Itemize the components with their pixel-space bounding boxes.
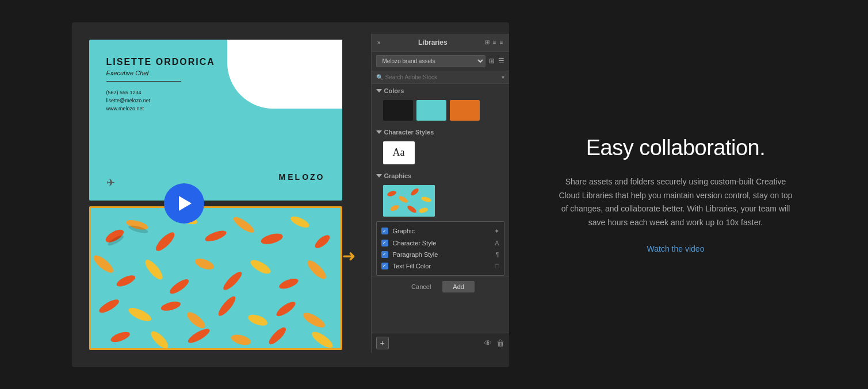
para-style-label: Paragraph Style [393, 251, 491, 258]
svg-point-2 [153, 229, 177, 253]
grid-view-icon[interactable]: ⊞ [489, 57, 495, 65]
eye-icon[interactable]: 👁 [484, 338, 492, 348]
checkbox-char-style[interactable]: ✓ [381, 240, 388, 247]
svg-point-10 [115, 273, 137, 288]
peppers-svg [91, 208, 341, 348]
panel-menu-icon[interactable]: ≡ [500, 39, 503, 45]
char-style-row: Aa [372, 139, 509, 169]
svg-point-30 [266, 325, 288, 346]
search-dropdown-icon[interactable]: ▾ [502, 74, 504, 80]
checkbox-fill-color[interactable]: ✓ [381, 263, 388, 269]
svg-point-8 [313, 233, 332, 251]
svg-point-14 [221, 269, 244, 292]
char-styles-triangle [376, 130, 382, 134]
bc-title: Executive Chef [106, 70, 149, 76]
char-style-preview: Aa [393, 147, 405, 159]
char-style-item-label: Character Style [393, 240, 491, 247]
svg-point-27 [148, 329, 171, 348]
svg-point-13 [193, 256, 215, 272]
dropdown-item-graphic[interactable]: ✓ Graphic ✦ [377, 225, 504, 237]
svg-point-17 [304, 257, 328, 281]
search-icon: 🔍 [376, 74, 383, 80]
graphic-label: Graphic [393, 228, 490, 234]
panel-controls: ⊞ ≡ ≡ [485, 39, 503, 45]
headline: Easy collaboration. [555, 135, 797, 161]
char-styles-section-header: Character Styles [372, 125, 509, 139]
play-icon [179, 196, 192, 211]
graphics-triangle [376, 174, 382, 178]
check-fill-color: ✓ [383, 263, 387, 268]
color-swatch-orange[interactable] [450, 100, 480, 121]
svg-point-11 [142, 257, 165, 282]
trash-icon[interactable]: 🗑 [496, 338, 504, 348]
graphic-thumbnail[interactable] [383, 185, 435, 217]
watch-link[interactable]: Watch the video [647, 244, 705, 253]
color-swatch-teal[interactable] [416, 100, 446, 121]
plane-icon: ✈ [106, 176, 115, 189]
dropdown-item-para-style[interactable]: ✓ Paragraph Style ¶ [377, 249, 504, 260]
play-button[interactable] [164, 183, 204, 224]
panel-title: Libraries [418, 38, 448, 47]
bc-website: www.melozo.net [106, 105, 151, 113]
description: Share assets and folders securely using … [555, 175, 797, 230]
dropdown-item-char-style[interactable]: ✓ Character Style A [377, 237, 504, 249]
graphic-icon: ✦ [494, 228, 499, 235]
svg-point-6 [259, 232, 284, 246]
color-swatch-black[interactable] [383, 100, 413, 121]
char-style-icon: A [495, 240, 499, 247]
panel-bottom-bar: + 👁 🗑 [372, 333, 509, 353]
list-view-icon[interactable]: ☰ [498, 57, 504, 65]
svg-point-20 [160, 299, 181, 312]
svg-point-26 [109, 330, 131, 344]
svg-point-9 [91, 252, 116, 275]
check-para-style: ✓ [383, 252, 387, 257]
svg-point-28 [186, 326, 211, 345]
add-icon-button[interactable]: + [376, 337, 389, 349]
svg-point-22 [216, 294, 238, 318]
bc-contact: (567) 555 1234 lisette@melozo.net www.me… [106, 88, 151, 113]
svg-point-4 [204, 228, 227, 243]
panel-close-icon[interactable]: × [377, 39, 381, 46]
graphics-label: Graphics [384, 172, 412, 179]
colors-triangle [376, 89, 382, 93]
svg-point-7 [289, 214, 311, 229]
cancel-button[interactable]: Cancel [406, 281, 437, 292]
check-graphic: ✓ [383, 229, 387, 234]
graphics-section-header: Graphics [372, 169, 509, 183]
dropdown-item-fill-color[interactable]: ✓ Text Fill Color □ [377, 260, 504, 272]
svg-point-23 [247, 312, 269, 328]
check-char-style: ✓ [383, 240, 387, 245]
bottom-right-icons: 👁 🗑 [484, 338, 504, 348]
svg-point-16 [278, 276, 300, 291]
svg-point-21 [184, 309, 207, 330]
char-styles-label: Character Styles [384, 129, 434, 136]
bc-logo: MELOZO [279, 168, 325, 183]
screenshot-area: LISETTE ORDORICA Executive Chef (567) 55… [72, 22, 509, 367]
libraries-panel: × Libraries ⊞ ≡ ≡ Melozo brand assets ⊞ … [371, 34, 509, 353]
library-select[interactable]: Melozo brand assets [376, 55, 485, 67]
svg-point-15 [248, 257, 273, 276]
panel-header: × Libraries ⊞ ≡ ≡ [372, 34, 509, 52]
checkbox-graphic[interactable]: ✓ [381, 228, 388, 234]
panel-list-icon[interactable]: ≡ [493, 39, 496, 45]
business-card: LISETTE ORDORICA Executive Chef (567) 55… [89, 40, 342, 201]
fill-color-icon: □ [495, 263, 499, 269]
svg-point-18 [97, 297, 121, 315]
colors-label: Colors [384, 87, 404, 94]
char-style-box[interactable]: Aa [383, 141, 415, 164]
svg-point-19 [127, 305, 153, 323]
graphic-preview-svg [383, 185, 435, 217]
search-input[interactable] [385, 74, 499, 80]
colors-section-header: Colors [372, 84, 509, 98]
search-row: 🔍 ▾ [372, 71, 509, 84]
fill-color-label: Text Fill Color [393, 263, 491, 269]
checkbox-para-style[interactable]: ✓ [381, 251, 388, 258]
svg-point-12 [167, 276, 190, 296]
main-container: LISETTE ORDORICA Executive Chef (567) 55… [0, 0, 868, 389]
arrow: ➜ [342, 247, 355, 265]
bc-email: lisette@melozo.net [106, 97, 151, 105]
add-button[interactable]: Add [442, 281, 475, 292]
dropdown-row: Melozo brand assets ⊞ ☰ [372, 52, 509, 71]
bc-white-corner [227, 40, 342, 109]
panel-grid-icon[interactable]: ⊞ [485, 39, 490, 45]
